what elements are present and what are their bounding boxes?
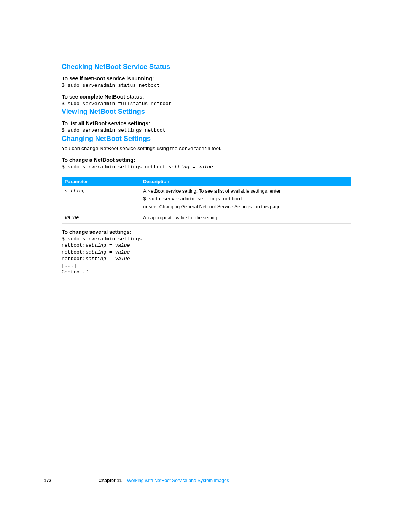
th-description: Description: [140, 177, 351, 186]
chapter-label: Chapter 11: [98, 478, 122, 483]
code-several-nb2: netboot:: [62, 249, 85, 255]
para-text-post: tool.: [210, 145, 221, 151]
subhead-change-several: To change several settings:: [62, 229, 351, 235]
desc-setting-line1: A NetBoot service setting. To see a list…: [143, 189, 280, 194]
param-value: value: [62, 212, 140, 223]
code-several-sv3: setting = value: [85, 256, 130, 262]
para-change-intro: You can change NetBoot service settings …: [62, 145, 351, 153]
heading-checking-status: Checking NetBoot Service Status: [62, 63, 351, 71]
desc-value: An appropriate value for the setting.: [140, 212, 351, 223]
page-number: 172: [44, 478, 51, 483]
code-several-ellipsis: [...]: [62, 263, 76, 268]
code-change-italic: setting = value: [169, 164, 213, 170]
para-text-pre: You can change NetBoot service settings …: [62, 145, 179, 151]
page-footer: 172 Chapter 11 Working with NetBoot Serv…: [44, 478, 356, 483]
parameter-table: Parameter Description setting A NetBoot …: [62, 177, 351, 224]
chapter-title: Working with NetBoot Service and System …: [127, 478, 229, 483]
code-several-line1: $ sudo serveradmin settings: [62, 236, 142, 242]
code-several-nb1: netboot:: [62, 243, 85, 248]
code-several-sv1: setting = value: [85, 243, 130, 248]
param-setting: setting: [62, 186, 140, 212]
desc-setting: A NetBoot service setting. To see a list…: [140, 186, 351, 212]
code-change-setting: $ sudo serveradmin settings netboot:sett…: [62, 164, 351, 171]
code-change-several: $ sudo serveradmin settings netboot:sett…: [62, 236, 351, 276]
code-settings-list: $ sudo serveradmin settings netboot: [62, 127, 351, 134]
para-mono-serveradmin: serveradmin: [179, 146, 210, 152]
subhead-list-settings: To list all NetBoot service settings:: [62, 120, 351, 126]
subhead-complete-status: To see complete NetBoot status:: [62, 94, 351, 100]
desc-setting-line2: or see "Changing General Netboot Service…: [143, 204, 282, 209]
subhead-change-setting: To change a NetBoot setting:: [62, 157, 351, 163]
heading-changing-settings: Changing NetBoot Settings: [62, 135, 351, 143]
table-row: value An appropriate value for the setti…: [62, 212, 351, 223]
desc-setting-mono: $ sudo serveradmin settings netboot: [143, 197, 243, 202]
code-several-nb3: netboot:: [62, 256, 85, 262]
code-status: $ sudo serveradmin status netboot: [62, 82, 351, 89]
subhead-service-running: To see if NetBoot service is running:: [62, 75, 351, 81]
th-parameter: Parameter: [62, 177, 140, 186]
code-change-pre: $ sudo serveradmin settings netboot:: [62, 164, 169, 170]
code-several-sv2: setting = value: [85, 249, 130, 255]
table-header-row: Parameter Description: [62, 177, 351, 186]
code-several-controld: Control-D: [62, 269, 88, 275]
table-row: setting A NetBoot service setting. To se…: [62, 186, 351, 212]
heading-viewing-settings: Viewing NetBoot Settings: [62, 108, 351, 116]
code-fullstatus: $ sudo serveradmin fullstatus netboot: [62, 101, 351, 107]
page-content: Checking NetBoot Service Status To see i…: [62, 63, 351, 276]
